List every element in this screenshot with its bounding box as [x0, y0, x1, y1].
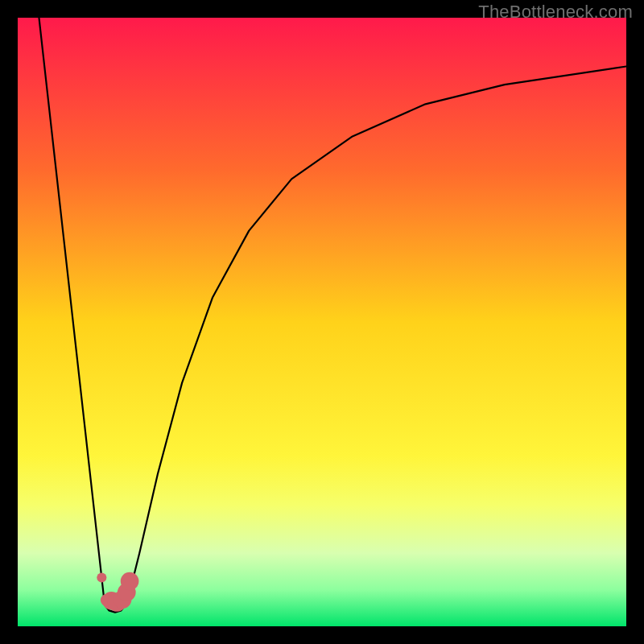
gradient-background: [18, 18, 626, 626]
data-marker: [97, 572, 106, 582]
plot-area: [18, 18, 626, 626]
chart-frame: TheBottleneck.com: [0, 0, 644, 644]
chart-svg: [18, 18, 626, 626]
data-marker: [121, 572, 139, 591]
